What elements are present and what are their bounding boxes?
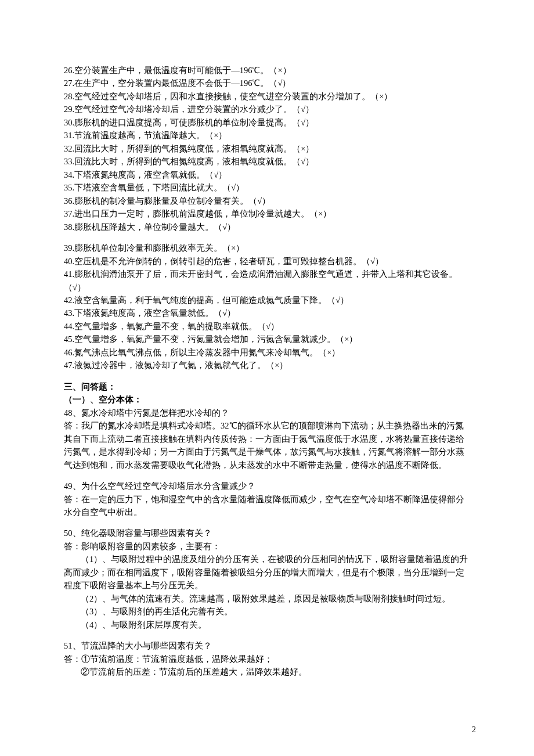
qa-block-50: 50、纯化器吸附容量与哪些因素有关？ 答：影响吸附容量的因素较多，主要有： （1… [64,527,470,631]
spacer [64,233,470,242]
tf-item: 37.进出口压力一定时，膨胀机前温度越低，单位制冷量就越大。（×） [64,207,470,220]
tf-item: 39.膨胀机单位制冷量和膨胀机效率无关。（×） [64,242,470,254]
tf-item: 34.下塔液氮纯度高，液空含氧就低。（√） [64,168,470,181]
tf-item: 40.空压机是不允许倒转的，倒转引起的危害，轻者研瓦，重可毁掉整台机器。（√） [64,255,470,268]
page-number: 2 [472,723,476,736]
tf-item: 35.下塔液空含氧量低，下塔回流比就大。（√） [64,181,470,194]
answer-lead: 答：①节流前温度：节流前温度越低，温降效果越好； [64,653,470,665]
tf-item: 31.节流前温度越高，节流温降越大。（×） [64,129,470,142]
tf-item: 32.回流比大时，所得到的气相氮纯度低，液相氧纯度就高。（×） [64,142,470,155]
tf-item: 27.在生产中，空分装置内最低温度不会低于—196℃。（√） [64,77,470,89]
tf-item: 43.下塔液氮纯度高，液空含氧量就低。（√） [64,307,470,319]
tf-item: 26.空分装置生产中，最低温度有时可能低于—196℃。（×） [64,64,470,77]
tf-item: 30.膨胀机的进口温度提高，可使膨胀机的单位制冷量提高。（√） [64,116,470,129]
answer-lead: 答：影响吸附容量的因素较多，主要有： [64,540,470,553]
qa-block-49: 49、为什么空气经过空气冷却塔后水分含量减少？ 答：在一定的压力下，饱和湿空气中… [64,480,470,519]
question-text: 50、纯化器吸附容量与哪些因素有关？ [64,527,470,539]
true-false-group-b: 39.膨胀机单位制冷量和膨胀机效率无关。（×） 40.空压机是不允许倒转的，倒转… [64,242,470,372]
tf-item: 47.液氮过冷器中，液氮冷却了气氮，液氮就气化了。（×） [64,359,470,372]
question-text: 49、为什么空气经过空气冷却塔后水分含量减少？ [64,480,470,492]
tf-item: 28.空气经过空气冷却塔后，因和水直接接触，使空气进空分装置的水分增加了。（×） [64,90,470,103]
answer-item: （4）、与吸附剂床层厚度有关。 [64,618,470,631]
spacer [64,372,470,380]
answer-item: ②节流前后的压差：节流前后的压差越大，温降效果越好。 [64,665,470,678]
document-page: 26.空分装置生产中，最低温度有时可能低于—196℃。（×） 27.在生产中，空… [0,0,534,756]
tf-item: 41.膨胀机润滑油泵开了后，而未开密封气，会造成润滑油漏入膨胀空气通道，并带入上… [64,268,470,294]
qa-block-48: 48、氮水冷却塔中污氮是怎样把水冷却的？ 答：我厂的氮水冷却塔是填料式冷却塔。3… [64,406,470,471]
question-text: 48、氮水冷却塔中污氮是怎样把水冷却的？ [64,406,470,419]
answer-item: （3）、与吸附剂的再生活化完善有关。 [64,605,470,618]
section-title: 三、问答题： [64,380,470,393]
tf-item: 42.液空含氧量高，利于氧气纯度的提高，但可能造成氮气质量下降。（√） [64,294,470,307]
subsection-title: （一）、空分本体： [64,393,470,406]
tf-item: 45.空气量增多，氧氮产量不变，污氮量就会增加，污氮含氧量就减少。（×） [64,333,470,345]
true-false-group-a: 26.空分装置生产中，最低温度有时可能低于—196℃。（×） 27.在生产中，空… [64,64,470,233]
tf-item: 29.空气经过空气冷却塔冷却后，进空分装置的水分减少了。（√） [64,103,470,116]
answer-item: （1）、与吸附过程中的温度及组分的分压有关，在被吸的分压相同的情况下，吸附容量随… [64,553,470,592]
qa-block-51: 51、节流温降的大小与哪些因素有关？ 答：①节流前温度：节流前温度越低，温降效果… [64,639,470,678]
tf-item: 44.空气量增多，氧氮产量不变，氧的提取率就低。（√） [64,320,470,333]
tf-item: 36.膨胀机的制冷量与膨胀量及单位制冷量有关。（√） [64,195,470,207]
tf-item: 33.回流比大时，所得到的气相氮纯度高，液相氧纯度就低。（√） [64,155,470,168]
tf-item: 46.氮气沸点比氧气沸点低，所以主冷蒸发器中用氮气来冷却氧气。（×） [64,346,470,359]
tf-item: 38.膨胀机压降越大，单位制冷量越大。（√） [64,221,470,233]
question-text: 51、节流温降的大小与哪些因素有关？ [64,639,470,652]
answer-text: 答：在一定的压力下，饱和湿空气中的含水量随着温度降低而减少，空气在空气冷却塔不断… [64,493,470,519]
answer-text: 答：我厂的氮水冷却塔是填料式冷却塔。32℃的循环水从它的顶部喷淋向下流动；从主换… [64,419,470,471]
answer-item: （2）、与气体的流速有关。流速越高，吸附效果越差，原因是被吸物质与吸附剂接触时间… [64,592,470,605]
